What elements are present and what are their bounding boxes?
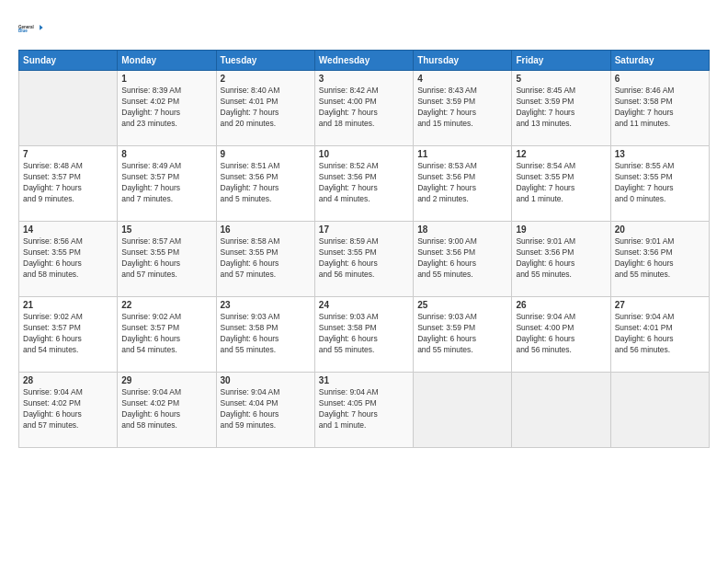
svg-text:General: General xyxy=(18,25,34,29)
day-info: Sunrise: 9:00 AM Sunset: 3:56 PM Dayligh… xyxy=(417,236,507,281)
calendar-cell: 26Sunrise: 9:04 AM Sunset: 4:00 PM Dayli… xyxy=(512,297,610,373)
calendar-cell: 15Sunrise: 8:57 AM Sunset: 3:55 PM Dayli… xyxy=(118,222,216,297)
calendar-cell: 13Sunrise: 8:55 AM Sunset: 3:55 PM Dayli… xyxy=(610,146,709,222)
calendar-cell: 19Sunrise: 9:01 AM Sunset: 3:56 PM Dayli… xyxy=(512,222,610,297)
logo: GeneralBlue xyxy=(18,17,44,42)
day-number: 16 xyxy=(221,224,311,235)
calendar-cell: 21Sunrise: 9:02 AM Sunset: 3:57 PM Dayli… xyxy=(19,297,118,373)
day-number: 20 xyxy=(615,224,705,235)
day-info: Sunrise: 9:04 AM Sunset: 4:00 PM Dayligh… xyxy=(516,312,606,356)
calendar-cell: 1Sunrise: 8:39 AM Sunset: 4:02 PM Daylig… xyxy=(118,71,216,146)
calendar-cell: 31Sunrise: 9:04 AM Sunset: 4:05 PM Dayli… xyxy=(314,373,413,448)
calendar-cell: 2Sunrise: 8:40 AM Sunset: 4:01 PM Daylig… xyxy=(216,71,314,146)
calendar-cell: 12Sunrise: 8:54 AM Sunset: 3:55 PM Dayli… xyxy=(512,146,610,222)
day-info: Sunrise: 9:01 AM Sunset: 3:56 PM Dayligh… xyxy=(516,236,606,281)
day-number: 10 xyxy=(319,149,409,159)
calendar-cell: 9Sunrise: 8:51 AM Sunset: 3:56 PM Daylig… xyxy=(216,146,314,222)
calendar-cell: 18Sunrise: 9:00 AM Sunset: 3:56 PM Dayli… xyxy=(414,222,512,297)
day-number: 3 xyxy=(319,74,409,84)
day-number: 7 xyxy=(23,149,113,159)
day-number: 18 xyxy=(417,224,507,235)
day-info: Sunrise: 9:04 AM Sunset: 4:02 PM Dayligh… xyxy=(23,387,113,431)
day-info: Sunrise: 8:58 AM Sunset: 3:55 PM Dayligh… xyxy=(221,236,311,281)
day-number: 17 xyxy=(319,224,409,235)
day-number: 21 xyxy=(23,300,113,310)
col-header-wednesday: Wednesday xyxy=(314,51,413,71)
day-info: Sunrise: 8:48 AM Sunset: 3:57 PM Dayligh… xyxy=(23,161,113,205)
day-info: Sunrise: 9:04 AM Sunset: 4:01 PM Dayligh… xyxy=(615,312,705,356)
svg-marker-1 xyxy=(40,25,43,30)
day-info: Sunrise: 9:01 AM Sunset: 3:56 PM Dayligh… xyxy=(615,236,705,281)
calendar-cell: 22Sunrise: 9:02 AM Sunset: 3:57 PM Dayli… xyxy=(118,297,216,373)
calendar-cell: 23Sunrise: 9:03 AM Sunset: 3:58 PM Dayli… xyxy=(216,297,314,373)
calendar-table: SundayMondayTuesdayWednesdayThursdayFrid… xyxy=(18,50,710,448)
day-info: Sunrise: 8:54 AM Sunset: 3:55 PM Dayligh… xyxy=(516,161,606,205)
calendar-cell: 3Sunrise: 8:42 AM Sunset: 4:00 PM Daylig… xyxy=(314,71,413,146)
day-info: Sunrise: 9:03 AM Sunset: 3:58 PM Dayligh… xyxy=(319,312,409,356)
day-info: Sunrise: 8:45 AM Sunset: 3:59 PM Dayligh… xyxy=(516,86,606,130)
day-info: Sunrise: 9:02 AM Sunset: 3:57 PM Dayligh… xyxy=(23,312,113,356)
day-number: 25 xyxy=(417,300,507,310)
col-header-thursday: Thursday xyxy=(414,51,512,71)
day-number: 30 xyxy=(221,375,311,385)
day-number: 13 xyxy=(615,149,705,159)
day-info: Sunrise: 8:40 AM Sunset: 4:01 PM Dayligh… xyxy=(221,86,311,130)
day-number: 6 xyxy=(615,74,705,84)
day-number: 12 xyxy=(516,149,606,159)
day-info: Sunrise: 9:03 AM Sunset: 3:58 PM Dayligh… xyxy=(221,312,311,356)
day-info: Sunrise: 9:04 AM Sunset: 4:05 PM Dayligh… xyxy=(319,387,409,431)
day-number: 24 xyxy=(319,300,409,310)
day-info: Sunrise: 9:02 AM Sunset: 3:57 PM Dayligh… xyxy=(121,312,211,356)
day-info: Sunrise: 8:52 AM Sunset: 3:56 PM Dayligh… xyxy=(319,161,409,205)
calendar-cell: 10Sunrise: 8:52 AM Sunset: 3:56 PM Dayli… xyxy=(314,146,413,222)
calendar-cell: 25Sunrise: 9:03 AM Sunset: 3:59 PM Dayli… xyxy=(414,297,512,373)
day-info: Sunrise: 9:03 AM Sunset: 3:59 PM Dayligh… xyxy=(417,312,507,356)
day-number: 22 xyxy=(121,300,211,310)
svg-text:Blue: Blue xyxy=(18,29,28,34)
calendar-cell: 29Sunrise: 9:04 AM Sunset: 4:02 PM Dayli… xyxy=(118,373,216,448)
day-number: 15 xyxy=(121,224,211,235)
day-info: Sunrise: 8:49 AM Sunset: 3:57 PM Dayligh… xyxy=(121,161,211,205)
week-row-2: 14Sunrise: 8:56 AM Sunset: 3:55 PM Dayli… xyxy=(19,222,710,297)
day-info: Sunrise: 9:04 AM Sunset: 4:04 PM Dayligh… xyxy=(221,387,311,431)
calendar-cell: 7Sunrise: 8:48 AM Sunset: 3:57 PM Daylig… xyxy=(19,146,118,222)
calendar-cell xyxy=(414,373,512,448)
day-number: 27 xyxy=(615,300,705,310)
day-number: 5 xyxy=(516,74,606,84)
col-header-sunday: Sunday xyxy=(19,51,118,71)
calendar-cell: 16Sunrise: 8:58 AM Sunset: 3:55 PM Dayli… xyxy=(216,222,314,297)
day-info: Sunrise: 8:42 AM Sunset: 4:00 PM Dayligh… xyxy=(319,86,409,130)
header-row: SundayMondayTuesdayWednesdayThursdayFrid… xyxy=(19,51,710,71)
day-info: Sunrise: 9:04 AM Sunset: 4:02 PM Dayligh… xyxy=(121,387,211,431)
day-number: 31 xyxy=(319,375,409,385)
calendar-cell xyxy=(610,373,709,448)
day-info: Sunrise: 8:55 AM Sunset: 3:55 PM Dayligh… xyxy=(615,161,705,205)
col-header-tuesday: Tuesday xyxy=(216,51,314,71)
week-row-3: 21Sunrise: 9:02 AM Sunset: 3:57 PM Dayli… xyxy=(19,297,710,373)
day-info: Sunrise: 8:59 AM Sunset: 3:55 PM Dayligh… xyxy=(319,236,409,281)
calendar-cell xyxy=(512,373,610,448)
day-info: Sunrise: 8:57 AM Sunset: 3:55 PM Dayligh… xyxy=(121,236,211,281)
day-number: 29 xyxy=(121,375,211,385)
calendar-cell: 6Sunrise: 8:46 AM Sunset: 3:58 PM Daylig… xyxy=(610,71,709,146)
calendar-cell: 27Sunrise: 9:04 AM Sunset: 4:01 PM Dayli… xyxy=(610,297,709,373)
calendar-cell: 20Sunrise: 9:01 AM Sunset: 3:56 PM Dayli… xyxy=(610,222,709,297)
day-number: 23 xyxy=(221,300,311,310)
day-number: 19 xyxy=(516,224,606,235)
col-header-saturday: Saturday xyxy=(610,51,709,71)
day-number: 28 xyxy=(23,375,113,385)
day-number: 1 xyxy=(121,74,211,84)
calendar-cell: 28Sunrise: 9:04 AM Sunset: 4:02 PM Dayli… xyxy=(19,373,118,448)
calendar-cell: 11Sunrise: 8:53 AM Sunset: 3:56 PM Dayli… xyxy=(414,146,512,222)
day-number: 11 xyxy=(417,149,507,159)
week-row-4: 28Sunrise: 9:04 AM Sunset: 4:02 PM Dayli… xyxy=(19,373,710,448)
col-header-monday: Monday xyxy=(118,51,216,71)
week-row-1: 7Sunrise: 8:48 AM Sunset: 3:57 PM Daylig… xyxy=(19,146,710,222)
day-number: 26 xyxy=(516,300,606,310)
day-info: Sunrise: 8:53 AM Sunset: 3:56 PM Dayligh… xyxy=(417,161,507,205)
day-info: Sunrise: 8:51 AM Sunset: 3:56 PM Dayligh… xyxy=(221,161,311,205)
day-info: Sunrise: 8:43 AM Sunset: 3:59 PM Dayligh… xyxy=(417,86,507,130)
day-number: 9 xyxy=(221,149,311,159)
calendar-cell: 14Sunrise: 8:56 AM Sunset: 3:55 PM Dayli… xyxy=(19,222,118,297)
logo-icon: GeneralBlue xyxy=(18,17,44,42)
